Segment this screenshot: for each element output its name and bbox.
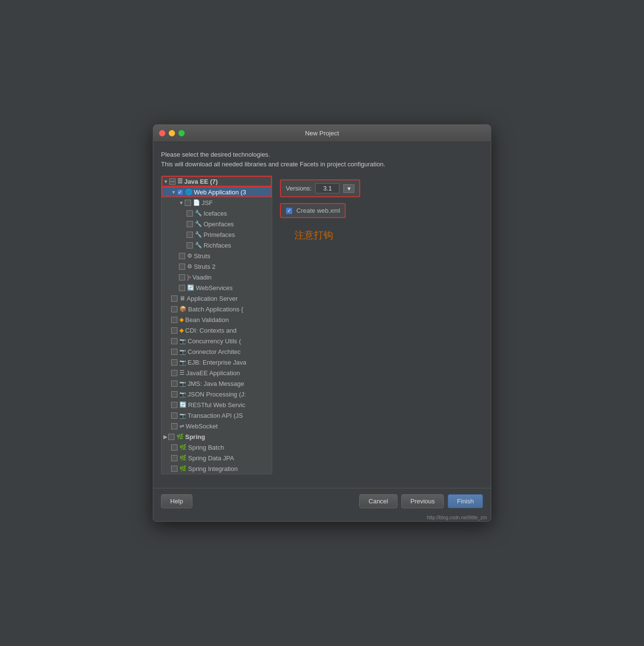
tree-item-label: Spring Integration	[188, 465, 238, 472]
tree-item-label: CDI: Contexts and	[185, 327, 236, 334]
tree-item-appserver[interactable]: 🖥Application Server	[161, 293, 272, 304]
tree-item-label: Primefaces	[204, 231, 235, 238]
tree-item-jms[interactable]: 📷JMS: Java Message	[161, 378, 272, 389]
annotation-text: 注意打钩	[294, 229, 475, 242]
tree-item-label: Connector Architec	[188, 348, 241, 355]
main-area: ▼—☰Java EE (7)▼✓🌐Web Application (3▼📄JSF…	[161, 176, 483, 474]
tree-item-springint[interactable]: 🌿Spring Integration	[161, 463, 272, 474]
tree-item-label: Application Server	[187, 295, 238, 302]
tree-item-label: JSON Processing (J:	[188, 391, 246, 398]
tree-item-websocket[interactable]: ⇌WebSocket	[161, 421, 272, 431]
content-area: Please select the desired technologies. …	[153, 142, 491, 482]
help-button[interactable]: Help	[161, 494, 192, 508]
tree-item-label: WebSocket	[186, 423, 218, 430]
tree-item-openfaces[interactable]: 🔧Openfaces	[161, 219, 272, 229]
tree-item-label: EJB: Enterprise Java	[188, 359, 246, 366]
tree-item-ejb[interactable]: 📷EJB: Enterprise Java	[161, 357, 272, 367]
titlebar: New Project	[153, 125, 491, 142]
tree-item-icefaces[interactable]: 🔧Icefaces	[161, 208, 272, 219]
tree-item-vaadin[interactable]: }›Vaadin	[161, 272, 272, 282]
create-xml-label: Create web.xml	[296, 207, 340, 214]
create-xml-checkbox[interactable]: ✓	[286, 207, 293, 214]
footer: Help Cancel Previous Finish	[153, 488, 491, 514]
tree-item-label: Bean Validation	[185, 316, 229, 323]
maximize-button[interactable]	[178, 130, 185, 136]
tree-item-label: WebServices	[196, 284, 233, 292]
tree-item-label: Spring	[185, 433, 205, 440]
tree-item-label: RESTful Web Servic	[188, 401, 245, 409]
tree-item-java-ee[interactable]: ▼—☰Java EE (7)	[161, 176, 272, 187]
footer-right: Cancel Previous Finish	[359, 494, 483, 508]
tree-item-label: Spring Batch	[188, 444, 224, 451]
tree-item-label: Java EE (7)	[184, 178, 218, 185]
new-project-window: New Project Please select the desired te…	[153, 124, 491, 522]
tree-item-spring[interactable]: ▶🌿Spring	[161, 431, 272, 442]
tree-item-label: Struts 2	[194, 263, 216, 270]
tree-item-restful[interactable]: 🔄RESTful Web Servic	[161, 399, 272, 410]
tree-item-json[interactable]: 📷JSON Processing (J:	[161, 389, 272, 399]
tree-item-label: JSF	[202, 199, 213, 206]
tree-item-label: Spring Data JPA	[188, 455, 234, 462]
tree-item-cdi[interactable]: ◆CDI: Contexts and	[161, 325, 272, 336]
create-xml-row[interactable]: ✓ Create web.xml	[280, 203, 346, 218]
finish-button[interactable]: Finish	[448, 494, 483, 508]
close-button[interactable]	[159, 130, 165, 136]
version-dropdown[interactable]: ▼	[343, 184, 354, 193]
technology-tree[interactable]: ▼—☰Java EE (7)▼✓🌐Web Application (3▼📄JSF…	[161, 176, 272, 474]
minimize-button[interactable]	[169, 130, 175, 136]
watermark: http://blog.csdn.net/little_zm	[153, 514, 491, 521]
tree-item-label: JavaEE Application	[186, 369, 240, 377]
window-title: New Project	[305, 130, 339, 137]
tree-item-springdata[interactable]: 🌿Spring Data JPA	[161, 453, 272, 463]
cancel-button[interactable]: Cancel	[359, 494, 397, 508]
window-controls	[159, 130, 185, 136]
tree-item-connector[interactable]: 📷Connector Architec	[161, 346, 272, 357]
description-text: Please select the desired technologies. …	[161, 150, 483, 169]
right-panel: Versions: ▼ ✓ Create web.xml 注意打钩	[272, 176, 483, 474]
tree-item-label: Web Application (3	[194, 189, 246, 196]
tree-item-label: Concurrency Utils (	[188, 338, 241, 345]
tree-item-concurrency[interactable]: 📷Concurrency Utils (	[161, 336, 272, 346]
tree-item-label: Struts	[194, 252, 210, 260]
tree-item-struts[interactable]: ⚙Struts	[161, 250, 272, 261]
tree-item-primefaces[interactable]: 🔧Primefaces	[161, 229, 272, 240]
tree-item-label: JMS: Java Message	[188, 380, 244, 387]
tree-item-transaction[interactable]: 📷Transaction API (JS	[161, 410, 272, 421]
tree-item-batchapps[interactable]: 📦Batch Applications {	[161, 304, 272, 314]
version-input[interactable]	[315, 183, 339, 193]
tree-item-label: Batch Applications {	[188, 306, 243, 313]
tree-item-label: Richfaces	[204, 242, 231, 249]
tree-item-web-app[interactable]: ▼✓🌐Web Application (3	[161, 187, 272, 197]
tree-item-beanval[interactable]: ◆Bean Validation	[161, 314, 272, 325]
tree-item-struts2[interactable]: ⚙Struts 2	[161, 261, 272, 272]
tree-item-label: Transaction API (JS	[188, 412, 243, 419]
footer-left: Help	[161, 494, 359, 508]
tree-item-javaeeapp[interactable]: ☰JavaEE Application	[161, 367, 272, 378]
tree-item-richfaces[interactable]: 🔧Richfaces	[161, 240, 272, 250]
tree-item-label: Icefaces	[204, 210, 227, 217]
tree-item-label: Openfaces	[204, 220, 234, 228]
tree-item-jsf[interactable]: ▼📄JSF	[161, 197, 272, 208]
tree-item-webservices[interactable]: 🔄WebServices	[161, 282, 272, 293]
tree-item-label: Vaadin	[192, 274, 212, 281]
tree-item-springbatch[interactable]: 🌿Spring Batch	[161, 442, 272, 453]
version-label: Versions:	[286, 185, 311, 192]
version-row: Versions: ▼	[280, 179, 360, 197]
previous-button[interactable]: Previous	[401, 494, 444, 508]
